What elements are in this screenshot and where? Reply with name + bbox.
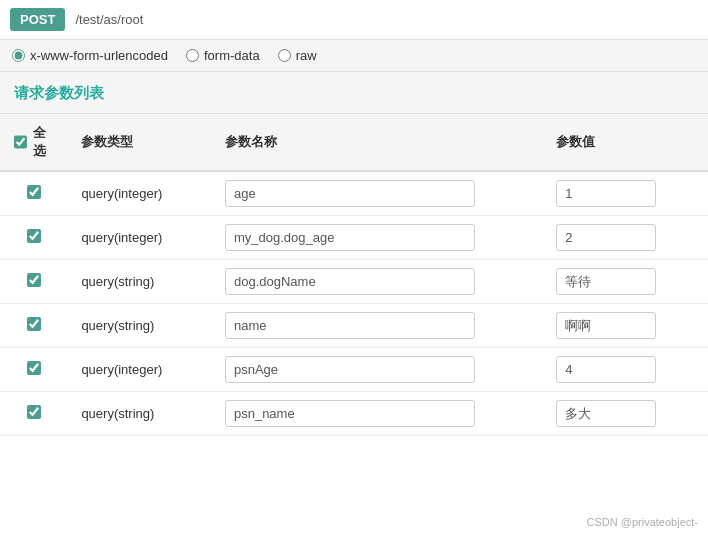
row-value-input-3[interactable]	[556, 312, 656, 339]
row-checkbox-cell	[0, 348, 67, 392]
row-name-input-1[interactable]	[225, 224, 475, 251]
row-type-2: query(string)	[67, 260, 211, 304]
row-checkbox-5[interactable]	[27, 405, 41, 419]
url-path: /test/as/root	[75, 12, 143, 27]
table-row: query(string)	[0, 260, 708, 304]
row-value-cell-2	[542, 260, 708, 304]
table-row: query(integer)	[0, 216, 708, 260]
row-name-cell-5	[211, 392, 542, 436]
radio-formdata-label: form-data	[204, 48, 260, 63]
row-name-input-3[interactable]	[225, 312, 475, 339]
row-value-input-2[interactable]	[556, 268, 656, 295]
top-bar: POST /test/as/root	[0, 0, 708, 40]
row-checkbox-cell	[0, 392, 67, 436]
row-checkbox-cell	[0, 171, 67, 216]
row-checkbox-3[interactable]	[27, 317, 41, 331]
radio-urlencoded-label: x-www-form-urlencoded	[30, 48, 168, 63]
row-type-5: query(string)	[67, 392, 211, 436]
radio-formdata-input[interactable]	[186, 49, 199, 62]
row-name-input-5[interactable]	[225, 400, 475, 427]
row-value-cell-4	[542, 348, 708, 392]
section-title: 请求参数列表	[0, 72, 708, 114]
row-checkbox-cell	[0, 216, 67, 260]
row-value-input-1[interactable]	[556, 224, 656, 251]
radio-urlencoded-input[interactable]	[12, 49, 25, 62]
row-value-input-4[interactable]	[556, 356, 656, 383]
row-name-input-4[interactable]	[225, 356, 475, 383]
table-row: query(string)	[0, 304, 708, 348]
row-checkbox-0[interactable]	[27, 185, 41, 199]
row-value-cell-5	[542, 392, 708, 436]
row-checkbox-1[interactable]	[27, 229, 41, 243]
row-name-cell-4	[211, 348, 542, 392]
method-badge: POST	[10, 8, 65, 31]
row-type-0: query(integer)	[67, 171, 211, 216]
table-row: query(integer)	[0, 171, 708, 216]
row-name-cell-3	[211, 304, 542, 348]
row-value-input-0[interactable]	[556, 180, 656, 207]
row-value-cell-0	[542, 171, 708, 216]
row-name-input-2[interactable]	[225, 268, 475, 295]
radio-urlencoded[interactable]: x-www-form-urlencoded	[12, 48, 168, 63]
row-value-cell-3	[542, 304, 708, 348]
row-name-cell-1	[211, 216, 542, 260]
table-row: query(string)	[0, 392, 708, 436]
table-row: query(integer)	[0, 348, 708, 392]
th-type: 参数类型	[67, 114, 211, 171]
th-name: 参数名称	[211, 114, 542, 171]
row-type-1: query(integer)	[67, 216, 211, 260]
row-type-3: query(string)	[67, 304, 211, 348]
row-value-cell-1	[542, 216, 708, 260]
select-all-checkbox[interactable]	[14, 135, 27, 149]
th-select: 全选	[0, 114, 67, 171]
params-table: 全选 参数类型 参数名称 参数值 query(integer) query(in…	[0, 114, 708, 436]
radio-raw-input[interactable]	[278, 49, 291, 62]
row-name-input-0[interactable]	[225, 180, 475, 207]
row-type-4: query(integer)	[67, 348, 211, 392]
radio-formdata[interactable]: form-data	[186, 48, 260, 63]
radio-raw[interactable]: raw	[278, 48, 317, 63]
row-checkbox-4[interactable]	[27, 361, 41, 375]
row-checkbox-cell	[0, 304, 67, 348]
row-value-input-5[interactable]	[556, 400, 656, 427]
table-header-row: 全选 参数类型 参数名称 参数值	[0, 114, 708, 171]
row-name-cell-2	[211, 260, 542, 304]
content-type-bar: x-www-form-urlencoded form-data raw	[0, 40, 708, 72]
row-checkbox-2[interactable]	[27, 273, 41, 287]
select-all-label: 全选	[33, 124, 53, 160]
radio-raw-label: raw	[296, 48, 317, 63]
row-checkbox-cell	[0, 260, 67, 304]
row-name-cell-0	[211, 171, 542, 216]
th-value: 参数值	[542, 114, 708, 171]
